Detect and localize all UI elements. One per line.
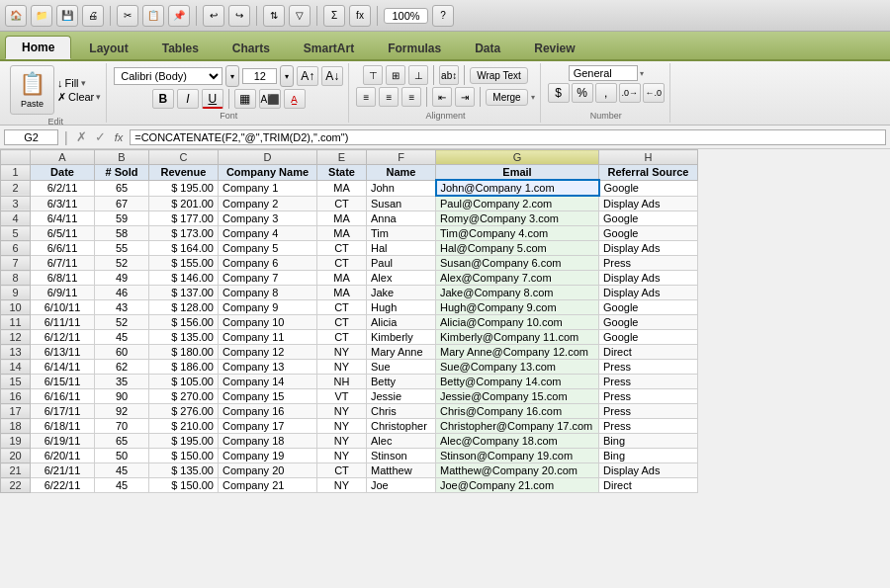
cell-name[interactable]: Paul (367, 256, 436, 271)
cell-date[interactable]: 6/21/11 (31, 463, 95, 478)
save-btn[interactable]: 💾 (56, 5, 78, 27)
cell-referral[interactable]: Press (599, 389, 698, 404)
cell-revenue[interactable]: $ 155.00 (149, 256, 219, 271)
cell-revenue[interactable]: $ 201.00 (149, 196, 219, 211)
row-header-22[interactable]: 22 (1, 478, 31, 493)
cell-sold[interactable]: 65 (95, 434, 149, 449)
cell-company[interactable]: Company 12 (219, 345, 317, 360)
font-size-dropdown[interactable]: ▾ (280, 65, 294, 87)
cell-email[interactable]: Kimberly@Company 11.com (436, 330, 599, 345)
cell-revenue[interactable]: $ 105.00 (149, 375, 219, 389)
cell-revenue[interactable]: $ 186.00 (149, 360, 219, 375)
copy-btn[interactable]: 📋 (142, 5, 164, 27)
row-header-18[interactable]: 18 (1, 419, 31, 434)
merge-dropdown[interactable]: ▾ (531, 93, 535, 102)
cell-revenue[interactable]: $ 270.00 (149, 389, 219, 404)
cell-date[interactable]: 6/2/11 (31, 180, 95, 196)
cell-sold[interactable]: 45 (95, 478, 149, 493)
cell-company[interactable]: Company 7 (219, 271, 317, 286)
cell-email[interactable]: Matthew@Company 20.com (436, 463, 599, 478)
increase-font-btn[interactable]: A↑ (297, 66, 318, 86)
cell-sold[interactable]: 52 (95, 315, 149, 330)
cell-date[interactable]: 6/19/11 (31, 434, 95, 449)
border-btn[interactable]: ▦ (234, 89, 256, 109)
wrap-text-button[interactable]: Wrap Text (470, 67, 528, 84)
cell-name[interactable]: Jessie (367, 389, 436, 404)
cell-name[interactable]: Joe (367, 478, 436, 493)
cell-email[interactable]: Alec@Company 18.com (436, 434, 599, 449)
col-header-e[interactable]: E (317, 150, 367, 165)
tab-home[interactable]: Home (5, 36, 71, 59)
cell-sold[interactable]: 35 (95, 375, 149, 389)
font-color-btn[interactable]: A̲ (284, 89, 306, 109)
paste-toolbar-btn[interactable]: 📌 (168, 5, 190, 27)
fill-color-btn[interactable]: A⬛ (259, 89, 281, 109)
cell-company[interactable]: Company 9 (219, 300, 317, 315)
row-header-16[interactable]: 16 (1, 389, 31, 404)
cell-sold[interactable]: 90 (95, 389, 149, 404)
cell-state[interactable]: NY (317, 449, 367, 463)
cell-company[interactable]: Company 15 (219, 389, 317, 404)
cell-email[interactable]: Tim@Company 4.com (436, 226, 599, 241)
undo-btn[interactable]: ↩ (203, 5, 224, 27)
cell-company[interactable]: Company 3 (219, 211, 317, 226)
filter-btn[interactable]: ▽ (289, 5, 311, 27)
cell-sold[interactable]: 67 (95, 196, 149, 211)
tab-smartart[interactable]: SmartArt (288, 38, 370, 59)
col-header-f[interactable]: F (367, 150, 436, 165)
cell-state[interactable]: NY (317, 345, 367, 360)
cell-name[interactable]: Betty (367, 375, 436, 389)
open-btn[interactable]: 📁 (31, 5, 52, 27)
row-header-12[interactable]: 12 (1, 330, 31, 345)
cell-referral[interactable]: Google (599, 315, 698, 330)
cell-revenue[interactable]: $ 276.00 (149, 404, 219, 419)
tab-formulas[interactable]: Formulas (372, 38, 457, 59)
row-header-8[interactable]: 8 (1, 271, 31, 286)
cell-referral[interactable]: Press (599, 360, 698, 375)
cell-state[interactable]: NY (317, 478, 367, 493)
cell-email[interactable]: Susan@Company 6.com (436, 256, 599, 271)
cell-name[interactable]: Alec (367, 434, 436, 449)
spreadsheet-container[interactable]: A B C D E F G H 1 Date # Sold Revenue Co… (0, 149, 890, 588)
cell-date[interactable]: 6/15/11 (31, 375, 95, 389)
cell-referral[interactable]: Direct (599, 345, 698, 360)
underline-button[interactable]: U (202, 89, 223, 109)
cell-name[interactable]: Matthew (367, 463, 436, 478)
align-middle-btn[interactable]: ⊞ (386, 65, 405, 85)
cell-company[interactable]: Company 4 (219, 226, 317, 241)
cell-name[interactable]: Kimberly (367, 330, 436, 345)
cell-referral[interactable]: Google (599, 211, 698, 226)
row-header-11[interactable]: 11 (1, 315, 31, 330)
tab-layout[interactable]: Layout (73, 38, 143, 59)
cell-state[interactable]: NY (317, 404, 367, 419)
row-header-15[interactable]: 15 (1, 375, 31, 389)
cell-email[interactable]: Jake@Company 8.com (436, 286, 599, 300)
cell-date[interactable]: 6/5/11 (31, 226, 95, 241)
cell-state[interactable]: CT (317, 300, 367, 315)
cell-state[interactable]: CT (317, 315, 367, 330)
col-header-a[interactable]: A (31, 150, 95, 165)
cell-name[interactable]: Anna (367, 211, 436, 226)
cell-email[interactable]: Sue@Company 13.com (436, 360, 599, 375)
cell-sold[interactable]: 55 (95, 241, 149, 256)
cell-state[interactable]: CT (317, 196, 367, 211)
cell-email[interactable]: Mary Anne@Company 12.com (436, 345, 599, 360)
row-header-20[interactable]: 20 (1, 449, 31, 463)
cell-referral[interactable]: Press (599, 375, 698, 389)
header-company[interactable]: Company Name (219, 165, 317, 181)
zoom-box[interactable]: 100% (384, 8, 428, 24)
cell-referral[interactable]: Display Ads (599, 463, 698, 478)
header-sold[interactable]: # Sold (95, 165, 149, 181)
tab-data[interactable]: Data (459, 38, 516, 59)
col-header-g[interactable]: G (436, 150, 599, 165)
check-icon[interactable]: ✓ (95, 129, 106, 144)
cell-date[interactable]: 6/18/11 (31, 419, 95, 434)
cell-reference-box[interactable]: G2 (4, 129, 58, 145)
cell-state[interactable]: CT (317, 330, 367, 345)
cell-referral[interactable]: Bing (599, 434, 698, 449)
cell-date[interactable]: 6/8/11 (31, 271, 95, 286)
align-left-btn[interactable]: ≡ (356, 87, 376, 107)
cell-referral[interactable]: Press (599, 404, 698, 419)
col-header-c[interactable]: C (149, 150, 219, 165)
cell-date[interactable]: 6/12/11 (31, 330, 95, 345)
